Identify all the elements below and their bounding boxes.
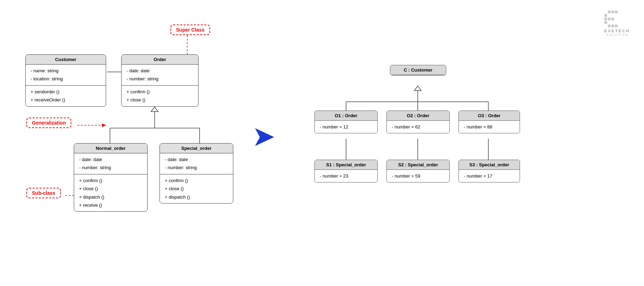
svg-marker-4 xyxy=(102,124,106,127)
logo-subtitle: SOLUTION xyxy=(604,33,630,36)
customer-header: Customer xyxy=(26,55,106,65)
s3-special-order-box: S3 : Special_order - number = 17 xyxy=(458,160,520,182)
order-attr-2: - number: string xyxy=(126,75,193,83)
order-method-2: + close () xyxy=(126,96,193,104)
o1-order-attrs: - number = 12 xyxy=(315,121,377,133)
customer-methods: + sendorder () + receiveOrder () xyxy=(26,86,106,106)
normal-order-attributes: - date: date - number: string xyxy=(74,153,147,174)
customer-class-box: Customer - name: string - location: stri… xyxy=(25,54,106,107)
logo: EVETECH SOLUTION xyxy=(604,11,630,36)
s2-special-order-attrs: - number = 59 xyxy=(387,170,449,182)
order-class-box: Order - date: date - number: string + co… xyxy=(121,54,199,107)
sub-class-label: Sub-class xyxy=(26,188,61,198)
order-attributes: - date: date - number: string xyxy=(122,65,198,86)
o3-order-header: O3 : Order xyxy=(459,111,520,121)
order-header: Order xyxy=(122,55,198,65)
order-methods: + confirm () + close () xyxy=(122,86,198,106)
transition-arrow: ➤ xyxy=(253,125,274,149)
special-order-attr-1: - date: date xyxy=(165,155,228,164)
special-order-methods: + confirm () + close () + dispatch () xyxy=(160,174,233,203)
o3-order-attrs: - number = 88 xyxy=(459,121,520,133)
special-order-header: Special_order xyxy=(160,144,233,153)
customer-attr-1: - name: string xyxy=(31,67,101,75)
c-customer-box: C : Customer xyxy=(390,65,446,75)
normal-order-attr-1: - date: date xyxy=(79,155,142,164)
s3-special-order-header: S3 : Special_order xyxy=(459,160,520,170)
svg-marker-9 xyxy=(151,107,158,112)
normal-order-method-4: + receive () xyxy=(79,201,142,209)
o3-order-box: O3 : Order - number = 88 xyxy=(458,111,520,133)
o1-order-box: O1 : Order - number = 12 xyxy=(314,111,378,133)
c-customer-header: C : Customer xyxy=(390,65,446,75)
normal-order-attr-2: - number: string xyxy=(79,164,142,172)
special-order-attributes: - date: date - number: string xyxy=(160,153,233,174)
normal-order-method-1: + confirm () xyxy=(79,177,142,185)
special-order-attr-2: - number: string xyxy=(165,164,228,172)
normal-order-header: Normal_order xyxy=(74,144,147,153)
o1-order-header: O1 : Order xyxy=(315,111,377,121)
s1-special-order-box: S1 : Special_order - number = 23 xyxy=(314,160,378,182)
logo-grid xyxy=(604,11,630,27)
normal-order-method-2: + close () xyxy=(79,185,142,193)
s2-special-order-header: S2 : Special_order xyxy=(387,160,449,170)
customer-method-2: + receiveOrder () xyxy=(31,96,101,104)
normal-order-class-box: Normal_order - date: date - number: stri… xyxy=(74,143,148,212)
super-class-label: Super Class xyxy=(170,25,210,35)
s1-special-order-attrs: - number = 23 xyxy=(315,170,377,182)
customer-method-1: + sendorder () xyxy=(31,88,101,96)
svg-marker-20 xyxy=(414,86,421,91)
s3-special-order-attrs: - number = 17 xyxy=(459,170,520,182)
o2-order-header: O2 : Order xyxy=(387,111,449,121)
generalization-label: Generalization xyxy=(26,118,71,128)
order-method-1: + confirm () xyxy=(126,88,193,96)
logo-company: EVETECH xyxy=(604,29,630,33)
normal-order-methods: + confirm () + close () + dispatch () + … xyxy=(74,174,147,212)
s2-special-order-box: S2 : Special_order - number = 59 xyxy=(386,160,450,182)
special-order-class-box: Special_order - date: date - number: str… xyxy=(160,143,233,204)
o2-order-attrs: - number = 62 xyxy=(387,121,449,133)
s1-special-order-header: S1 : Special_order xyxy=(315,160,377,170)
special-order-method-2: + close () xyxy=(165,185,228,193)
customer-attr-2: - location: string xyxy=(31,75,101,83)
normal-order-method-3: + dispatch () xyxy=(79,193,142,201)
special-order-method-3: + dispatch () xyxy=(165,193,228,201)
customer-attributes: - name: string - location: string xyxy=(26,65,106,86)
order-attr-1: - date: date xyxy=(126,67,193,75)
o2-order-box: O2 : Order - number = 62 xyxy=(386,111,450,133)
special-order-method-1: + confirm () xyxy=(165,177,228,185)
